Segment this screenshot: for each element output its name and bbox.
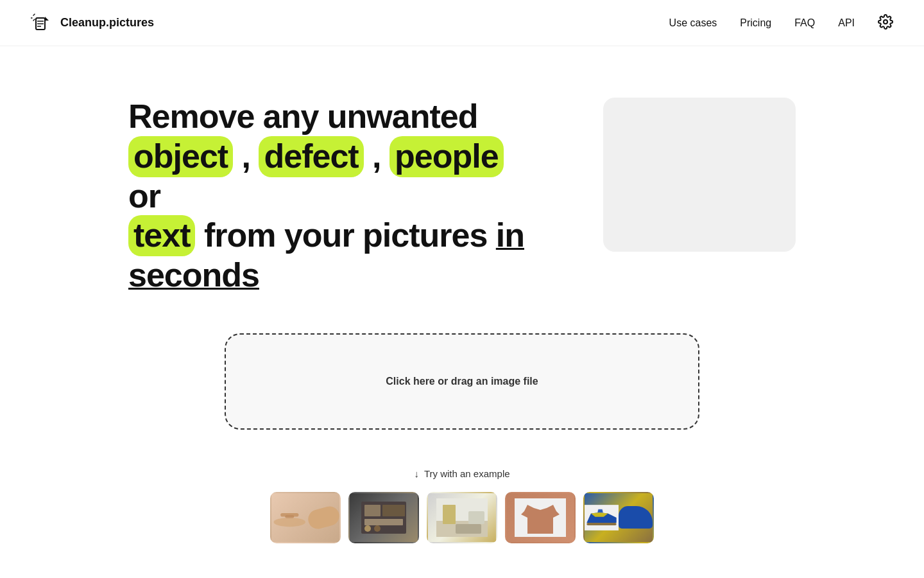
upload-dropzone[interactable]: Click here or drag an image file xyxy=(225,333,699,430)
examples-label-text: Try with an example xyxy=(424,468,510,479)
svg-rect-19 xyxy=(443,505,456,524)
comma1: , xyxy=(233,137,259,175)
example-thumb-room[interactable] xyxy=(427,492,497,543)
svg-rect-13 xyxy=(382,505,405,516)
nav-link-faq[interactable]: FAQ xyxy=(794,17,815,29)
svg-rect-14 xyxy=(364,519,403,525)
example-thumb-sandal[interactable] xyxy=(270,492,341,543)
svg-point-16 xyxy=(374,525,381,532)
navbar: Cleanup.pictures Use cases Pricing FAQ A… xyxy=(0,0,924,46)
svg-point-8 xyxy=(274,518,305,527)
svg-point-7 xyxy=(884,20,887,24)
example-thumb-flatlay[interactable] xyxy=(348,492,419,543)
svg-rect-12 xyxy=(364,505,381,516)
hero-title-line1: Remove any unwanted xyxy=(128,98,477,135)
hero-section: Remove any unwanted object , defect , pe… xyxy=(0,46,924,333)
hero-from: from your pictures xyxy=(195,216,495,254)
upload-label: Click here or drag an image file xyxy=(386,376,538,387)
svg-line-4 xyxy=(33,14,35,15)
svg-point-15 xyxy=(364,525,371,532)
nav-links: Use cases Pricing FAQ API xyxy=(669,14,893,32)
hero-highlight-text: text xyxy=(128,215,195,256)
example-thumb-sweater[interactable] xyxy=(505,492,576,543)
nav-link-api[interactable]: API xyxy=(838,17,855,29)
svg-rect-10 xyxy=(285,515,294,518)
hero-highlight-object: object xyxy=(128,136,233,177)
examples-arrow-icon: ↓ xyxy=(414,468,419,479)
hero-highlight-defect: defect xyxy=(259,136,363,177)
svg-rect-21 xyxy=(456,524,481,534)
hero-title: Remove any unwanted object , defect , pe… xyxy=(128,98,539,295)
comma2: , xyxy=(364,137,389,175)
example-thumb-shoe[interactable] xyxy=(583,492,654,543)
hero-or: or xyxy=(128,177,160,215)
hero-text: Remove any unwanted object , defect , pe… xyxy=(128,98,539,295)
hero-highlight-people: people xyxy=(389,136,504,177)
nav-link-use-cases[interactable]: Use cases xyxy=(669,17,717,29)
examples-label: ↓ Try with an example xyxy=(414,468,509,479)
examples-thumbnails xyxy=(270,492,654,543)
svg-rect-20 xyxy=(468,511,484,524)
logo[interactable]: Cleanup.pictures xyxy=(31,12,154,35)
nav-link-pricing[interactable]: Pricing xyxy=(740,17,771,29)
examples-section: ↓ Try with an example xyxy=(0,455,924,569)
settings-icon[interactable] xyxy=(878,14,893,32)
hero-image-preview xyxy=(603,98,796,252)
logo-icon xyxy=(31,12,54,35)
svg-line-6 xyxy=(33,19,35,21)
upload-section: Click here or drag an image file xyxy=(0,333,924,455)
logo-text: Cleanup.pictures xyxy=(60,16,154,30)
svg-rect-24 xyxy=(586,523,616,525)
